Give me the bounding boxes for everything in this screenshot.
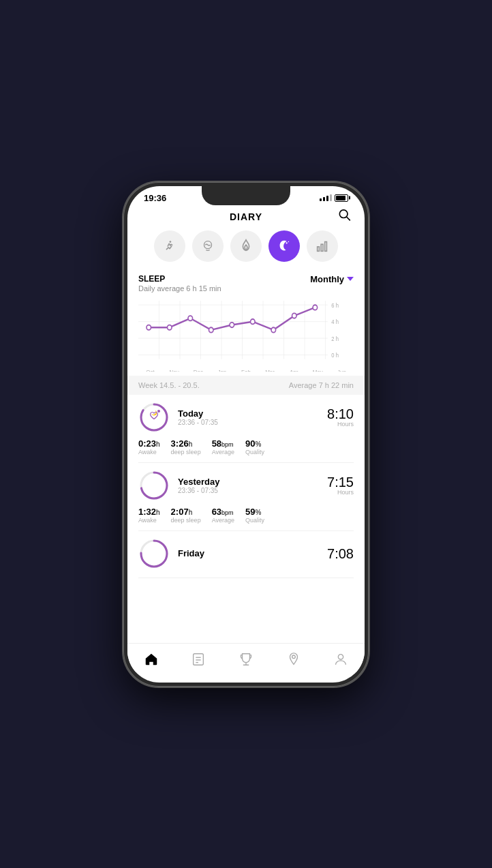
stat-quality-today: 90% Quality	[245, 438, 264, 455]
category-stats[interactable]	[307, 230, 338, 262]
sleep-chart: 6 h 4 h 2 h 0 h Oct Nov Dec Jan Feb	[138, 297, 354, 372]
week-label: Week 14.5. - 20.5.	[138, 381, 200, 389]
stat-quality-label-yesterday: Quality	[245, 517, 264, 524]
entry-left-today: 🌙 Today 23:36 - 07:35	[138, 402, 218, 433]
sleep-circle-today: 🌙	[138, 402, 170, 433]
x-label-apr: Apr	[282, 369, 306, 372]
entry-info-yesterday: Yesterday 23:36 - 07:35	[178, 477, 219, 494]
entry-hours-label-yesterday: Hours	[327, 489, 354, 496]
phone-notch	[202, 186, 290, 205]
sleep-entry-yesterday: Yesterday 23:36 - 07:35 7:15 Hours	[138, 463, 354, 531]
entry-time-yesterday: 23:36 - 07:35	[178, 487, 219, 494]
stat-deep-value-today: 3:26h	[171, 438, 201, 449]
stat-deep-today: 3:26h deep sleep	[171, 438, 201, 455]
entry-time-today: 23:36 - 07:35	[178, 419, 218, 426]
status-time: 19:36	[144, 193, 166, 203]
svg-point-22	[167, 325, 172, 329]
x-label-mar: Mar	[258, 369, 282, 372]
entry-day-friday: Friday	[178, 548, 204, 558]
stat-awake-yesterday: 1:32h Awake	[138, 507, 160, 524]
nav-trophy[interactable]	[232, 649, 260, 670]
stat-deep-label-yesterday: deep sleep	[171, 517, 201, 524]
svg-point-28	[292, 313, 297, 318]
stat-awake-value-today: 0:23h	[138, 438, 160, 449]
svg-text:0 h: 0 h	[331, 352, 339, 359]
svg-rect-7	[325, 241, 327, 251]
nav-location[interactable]	[279, 649, 308, 670]
sleep-title: SLEEP	[138, 274, 221, 284]
week-average: Average 7 h 22 min	[289, 381, 354, 389]
x-label-feb: Feb	[234, 369, 258, 372]
category-calories[interactable]	[230, 230, 262, 262]
nav-diary[interactable]	[184, 649, 213, 670]
nav-profile[interactable]	[326, 649, 355, 670]
entry-day-yesterday: Yesterday	[178, 477, 219, 487]
category-row	[127, 226, 365, 269]
svg-point-2	[170, 241, 172, 243]
bottom-nav	[127, 643, 365, 672]
entry-hours-value-today: 8:10	[327, 407, 354, 421]
app-header: DIARY	[127, 206, 365, 226]
dropdown-arrow-icon	[347, 277, 354, 281]
entry-info-today: Today 23:36 - 07:35	[178, 408, 218, 426]
svg-text:6 h: 6 h	[331, 302, 339, 309]
entry-hours-friday: 7:08	[327, 547, 354, 560]
category-meditation[interactable]	[192, 230, 224, 262]
stat-awake-label-yesterday: Awake	[138, 517, 160, 524]
category-sleep[interactable]	[268, 230, 300, 262]
search-button[interactable]	[337, 207, 351, 224]
x-label-nov: Nov	[162, 369, 186, 372]
sleep-average: Daily average 6 h 15 min	[138, 284, 221, 293]
entry-hours-yesterday: 7:15 Hours	[327, 475, 354, 496]
entry-stats-yesterday: 1:32h Awake 2:07h deep sleep	[138, 507, 354, 524]
svg-line-1	[347, 217, 350, 220]
sleep-header-left: SLEEP Daily average 6 h 15 min	[138, 274, 221, 293]
scroll-content[interactable]: SLEEP Daily average 6 h 15 min Monthly	[127, 269, 365, 643]
status-icons	[320, 194, 348, 202]
phone-frame: 19:36 DIARY	[123, 182, 369, 687]
entry-info-friday: Friday	[178, 548, 204, 558]
period-selector[interactable]: Monthly	[310, 274, 354, 284]
stat-awake-value-yesterday: 1:32h	[138, 507, 160, 517]
entry-top-friday: Friday 7:08	[138, 538, 354, 569]
x-label-dec: Dec	[186, 369, 210, 372]
svg-point-4	[288, 241, 289, 241]
period-label: Monthly	[310, 274, 344, 284]
entry-top-today: 🌙 Today 23:36 - 07:35	[138, 402, 354, 433]
nav-home[interactable]	[137, 649, 166, 670]
chart-svg: 6 h 4 h 2 h 0 h	[138, 297, 354, 372]
svg-point-21	[147, 325, 151, 329]
x-label-oct: Oct	[138, 369, 162, 372]
entry-hours-value-friday: 7:08	[327, 547, 354, 560]
stat-quality-yesterday: 59% Quality	[245, 507, 264, 524]
sleep-circle-yesterday	[138, 470, 170, 501]
category-activity[interactable]	[154, 230, 185, 262]
x-label-may: May	[306, 369, 330, 372]
svg-point-47	[339, 654, 343, 659]
svg-point-3	[286, 242, 288, 243]
svg-point-26	[251, 319, 256, 324]
sleep-entries: 🌙 Today 23:36 - 07:35	[127, 395, 365, 578]
stat-awake-today: 0:23h Awake	[138, 438, 160, 455]
entry-top-yesterday: Yesterday 23:36 - 07:35 7:15 Hours	[138, 470, 354, 501]
sleep-entry-today: 🌙 Today 23:36 - 07:35	[138, 395, 354, 463]
stat-bpm-label-yesterday: Average	[212, 517, 234, 524]
stat-bpm-label-today: Average	[212, 449, 234, 455]
svg-point-25	[230, 322, 234, 327]
svg-point-24	[209, 327, 214, 332]
svg-point-27	[271, 327, 276, 332]
stat-awake-label-today: Awake	[138, 449, 160, 455]
stat-quality-value-yesterday: 59%	[245, 507, 264, 517]
battery-icon	[335, 194, 348, 202]
stat-deep-yesterday: 2:07h deep sleep	[171, 507, 201, 524]
stat-bpm-value-yesterday: 63bpm	[212, 507, 234, 517]
page-title: DIARY	[230, 211, 262, 222]
entry-hours-today: 8:10 Hours	[327, 407, 354, 428]
svg-rect-6	[321, 244, 323, 251]
svg-point-46	[292, 655, 295, 659]
svg-point-29	[313, 305, 318, 310]
x-label-jun: Jun	[330, 369, 354, 372]
x-label-jan: Jan	[210, 369, 234, 372]
stat-quality-value-today: 90%	[245, 438, 264, 449]
app-content: DIARY	[127, 206, 365, 672]
